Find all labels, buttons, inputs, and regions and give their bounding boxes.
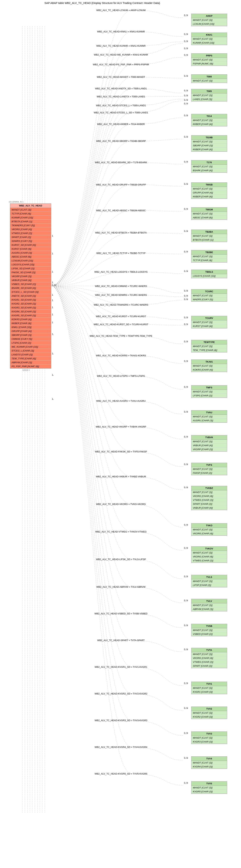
table-field: KVGR4 [CHAR (3)] [192,765,227,769]
cardinality-label: 0..N [184,463,188,466]
table-field: VKBUR [CHAR (4)] [192,506,227,510]
ref-table-tvko: TVKOMANDT [CLNT (3)]VKORG [CHAR (4)] [191,523,227,536]
table-field: MANDT [CLNT (3)] [192,93,227,97]
edge-label: WB2_ALV_TC_HEAD-VKBUR = TVKBZ-VKBUR [66,475,176,478]
table-field: LCNUM [CHAR (10)] [10,259,51,263]
table-field: VTWEG [CHAR (2)] [192,498,227,502]
table-header: TVV4 [192,756,227,761]
table-header: TVAU [192,410,227,415]
table-field: MANDT [CLNT (3)] [192,18,227,22]
cardinality-label: 0..N [184,114,188,117]
cardinality-label: 0..N [184,323,188,326]
table-header: TVKOV [192,547,227,551]
ref-table-tvbvk: TVBVKMANDT [CLNT (3)]VKBUR [CHAR (4)]VKG… [191,435,227,452]
table-field: LANDTX [CHAR (3)] [10,353,51,356]
table-field: FAKSK_SD [CHAR (2)] [10,271,51,274]
table-field: KVGR1_SD [CHAR (3)] [10,298,51,302]
table-field: KUNNR [CHAR (10)] [10,216,51,220]
cardinality-label: 0..N [184,250,188,253]
table-field: AUGRU [CHAR (3)] [10,251,51,255]
table-field: MANDT [CLNT (3)] [192,165,227,168]
table-field: MANDT [CLNT (3)] [192,140,227,144]
table-field: MANDT [CLNT (3)] [192,187,227,191]
ref-table-t176: T176MANDT [CLNT (3)]BSARK [CHAR (4)] [191,160,227,173]
table-field: MANDT [CLNT (3)] [192,440,227,443]
edge-label: WB2_ALV_TC_HEAD-LFSPG = TMFS-LFSPG [66,375,176,377]
ref-table-tvkov: TVKOVMANDT [CLNT (3)]VKORG [CHAR (4)]VTW… [191,547,227,563]
edge-label: WB2_ALV_TC_HEAD-LOGSYS = TBDLS-LOGSYS [66,271,176,273]
table-field: SBGRP [CHAR (3)] [192,144,227,148]
table-field: KVGR4_SD [CHAR (3)] [10,310,51,314]
cardinality-label: 0..N [184,270,188,273]
ref-table-t691b: T691BMANDT [CLNT (3)]GRUPP [CHAR (4)]KKB… [191,182,227,199]
cardinality-label: 0..N [184,40,188,42]
table-field: GRUPP [CHAR (4)] [192,191,227,195]
edge-label: WB2_ALV_TC_HEAD-KVGR2_SD = TVV2-KVGR2 [66,692,176,695]
table-field: STCEG_L [CHAR (3)] [10,349,51,353]
cardinality-label: 0..N [184,682,188,684]
ref-table-tb2ba: TB2BAMANDT [CLNT (3)]BTBSTA [CHAR (1)] [191,229,227,242]
table-field: SPART [CHAR (2)] [10,235,51,239]
ref-table-tvfs: TVFSMANDT [CLNT (3)]FAKSP [CHAR (2)] [191,463,227,475]
table-field: TCTYP [CHAR (4)] [192,258,227,262]
relationship-edge [51,10,183,286]
cardinality-label: 0..N [184,386,188,388]
table-field: VKBUR [CHAR (4)] [10,278,51,282]
table-field: KKBER [CHAR (4)] [192,195,227,198]
edge-label: WB2_ALV_TC_HEAD-LCNUM = AKKP-LCNUM [66,9,176,11]
table-field: PS_PSP_PNR [NUMC (8)] [10,365,51,368]
table-header: TVV3 [192,732,227,736]
edge-label: WB2_ALV_TC_HEAD-BTBSTA = TB2BA-BTBSTA [66,231,176,234]
cardinality-label: 0..N [184,599,188,602]
edge-label: WB2_ALV_TC_HEAD-CMWAE = TCURC-WAERS [66,285,176,287]
table-field: AUGRU [CHAR (3)] [192,418,227,423]
edge-label: WB2_ALV_TC_HEAD-KKBER = T014-KKBER [66,123,176,125]
relationship-edge [51,211,183,286]
cardinality-label: 0..N [184,99,188,101]
relationship-edge [51,32,183,286]
relationship-edge [51,42,183,286]
cardinality-label: 0..N [184,208,188,210]
relationship-edge [51,286,183,603]
edge-label: WB2_ALV_TC_HEAD-KURST_SD = TCURV-KURST [66,323,176,326]
ref-table-tvls: TVLSMANDT [CLNT (3)]LIFSP [CHAR (2)] [191,575,227,587]
cardinality-one: 1 [52,306,53,309]
edge-label: WB2_ALV_TC_HEAD-VSBED_SD = TVSB-VSBED [66,612,176,615]
table-field: KKBER [CHAR (4)] [10,321,51,326]
cardinality-one: 1 [52,271,53,273]
table-field: VTWEG [CHAR (2)] [192,660,227,664]
table-field: LAND1 [CHAR (3)] [192,97,227,101]
main-table: WB2_ALV_TC_HEADMANDT [CLNT (3)]TCTYP [CH… [10,204,51,369]
ref-table-tvv2: TVV2MANDT [CLNT (3)]KVGR2 [CHAR (3)] [191,707,227,719]
table-field: MANDT [CLNT (3)] [192,761,227,765]
relationship-edge [51,162,183,286]
table-field: BTBSTA [CHAR (1)] [10,220,51,223]
ref-table-tvv1: TVV1MANDT [CLNT (3)]KVGR1 [CHAR (3)] [191,682,227,694]
table-field: BSARK_SD [CHAR (4)] [10,286,51,290]
table-field: KVGR2 [CHAR (3)] [192,715,227,719]
cardinality-label: 0..N [184,135,188,138]
edge-label: WB2_ALV_TC_HEAD-ANDTX_SD = T005-LAND1 [66,87,176,90]
table-field: MANDT [CLNT (3)] [192,628,227,632]
table-field: MANDT [CLNT (3)] [192,686,227,690]
table-field: VKORG [CHAR (4)] [10,227,51,231]
table-field: GRUPP [CHAR (4)] [10,329,51,333]
table-field: MANDT [CLNT (3)] [192,711,227,715]
table-field: MANDT [CLNT (3)] [192,37,227,41]
table-field: ABSSC [CHAR (6)] [10,255,51,259]
table-field: VKORG [CHAR (4)] [192,555,227,559]
relationship-edge [51,253,183,286]
cardinality-label: 0..N [184,102,188,105]
edge-label: WB2_ALV_TC_HEAD-VTWEG = TVKOV-VTWEG [66,530,176,533]
table-header: TKA01 [192,360,227,364]
relationship-edge [51,286,183,439]
table-field: FAKSP [CHAR (2)] [192,471,227,475]
table-header: TVSB [192,624,227,628]
table-header: TVLV [192,599,227,603]
table-field: VSBED [CHAR (2)] [192,632,227,636]
table-header: TVKO [192,523,227,528]
table-header: T024B [192,135,227,140]
table-field: VKGRP [CHAR (3)] [192,447,227,451]
table-field: MANDT [CLNT (3)] [192,652,227,656]
cardinality-label: 0..N [184,316,188,319]
